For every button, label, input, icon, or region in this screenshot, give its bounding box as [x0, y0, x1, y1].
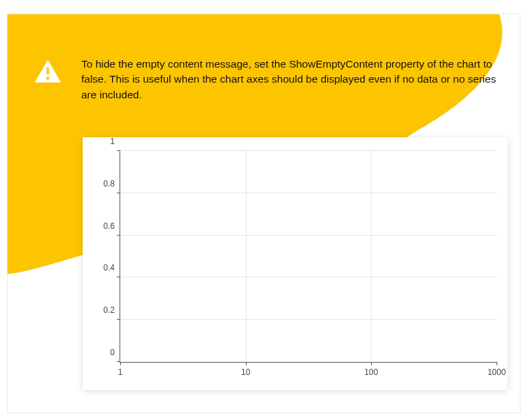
grid-horizontal	[120, 277, 497, 277]
y-tick-label: 0.6	[103, 221, 120, 231]
y-tick-mark	[117, 361, 120, 362]
y-tick-mark	[117, 319, 120, 320]
content-frame: To hide the empty content message, set t…	[7, 14, 521, 413]
grid-horizontal	[120, 319, 497, 320]
x-tick-label: 10	[241, 362, 250, 377]
y-tick-label: 0.4	[103, 263, 120, 272]
y-tick-mark	[117, 235, 120, 236]
x-tick-label: 1000	[488, 362, 506, 377]
warning-icon	[33, 58, 62, 84]
callout-text: To hide the empty content message, set t…	[81, 57, 499, 102]
svg-rect-0	[46, 67, 49, 74]
grid-horizontal	[120, 150, 497, 151]
x-tick-label: 100	[364, 362, 378, 377]
y-tick-label: 0.2	[103, 305, 120, 315]
grid-horizontal	[120, 193, 497, 193]
chart-plot-area: 110100100000.20.40.60.81	[120, 151, 497, 363]
chart-card: 110100100000.20.40.60.81	[83, 137, 508, 390]
y-tick-label: 0	[110, 348, 120, 357]
y-tick-label: 1	[110, 137, 120, 146]
y-tick-mark	[117, 193, 120, 193]
grid-vertical	[246, 151, 247, 362]
grid-horizontal	[120, 235, 497, 236]
y-tick-label: 0.8	[103, 179, 120, 188]
y-tick-mark	[117, 150, 120, 151]
svg-point-1	[46, 76, 49, 79]
y-tick-mark	[117, 277, 120, 277]
grid-vertical	[371, 151, 372, 362]
info-callout: To hide the empty content message, set t…	[33, 57, 503, 102]
x-tick-label: 1	[118, 362, 123, 377]
